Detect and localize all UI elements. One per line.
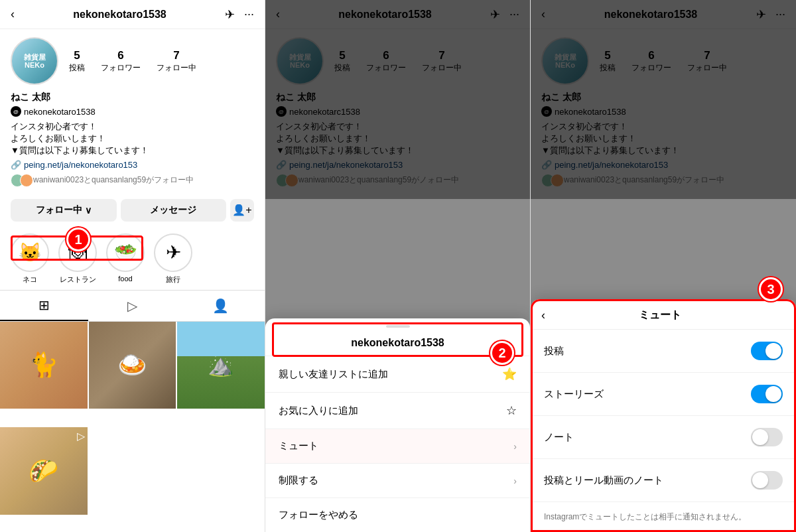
toggle-knob-notes bbox=[752, 429, 768, 445]
threads-icon: @ bbox=[11, 106, 21, 117]
mute-note: Instagramでミュートしたことは相手に通知されません。 bbox=[531, 502, 796, 532]
highlight-label-travel: 旅行 bbox=[166, 275, 180, 285]
badge-1: 1 bbox=[66, 228, 90, 251]
profile-section-2: 雑貨屋NEKo 5 投稿 6 フォロワー 7 フォロー中 ねこ 太郎 @ bbox=[265, 29, 530, 199]
badge-3: 3 bbox=[759, 277, 783, 301]
profile-name: ねこ 太郎 bbox=[11, 92, 254, 103]
mute-label-stories: ストーリーズ bbox=[544, 388, 604, 401]
menu-item-favorite[interactable]: お気に入りに追加 ☆ bbox=[265, 392, 530, 429]
toggle-notes[interactable] bbox=[751, 428, 783, 446]
badge-circle-1: 1 bbox=[66, 228, 90, 251]
toggle-knob-reel-notes bbox=[752, 472, 768, 488]
badge-circle-3: 3 bbox=[759, 277, 783, 301]
tab-bar: ⊞ ▷ 👤 bbox=[0, 290, 265, 322]
profile-section-1: 雑貨屋 NEKo 5 投稿 6 フォロワー 7 フォロー中 ねこ 太郎 bbox=[0, 29, 265, 199]
mute-row-reel-notes: 投稿とリール動画のノート bbox=[531, 459, 796, 502]
profile-link[interactable]: 🔗 peing.net/ja/nekonekotaro153 bbox=[11, 160, 254, 170]
favorite-icon: ☆ bbox=[506, 403, 517, 418]
mutual-followers: waniwani0023とquansanlang59がフォロー中 bbox=[11, 174, 254, 187]
chevron-right-icon: › bbox=[513, 441, 517, 452]
highlight-label-neko: ネコ bbox=[23, 275, 37, 285]
header-icons-1: ✈ ··· bbox=[225, 7, 254, 22]
highlight-travel[interactable]: ✈ 旅行 bbox=[154, 233, 192, 285]
avatar-label: 雑貨屋 NEKo bbox=[24, 53, 46, 69]
panel-3: ‹ nekonekotaro1538 ✈ ··· 雑貨屋NEKo 5 投稿 6 … bbox=[531, 0, 796, 532]
highlights-row: 🐱 ネコ 🍽 レストラン 🥗 food ✈ 旅行 bbox=[0, 228, 265, 290]
mute-header: ‹ ミュート bbox=[531, 299, 796, 330]
mutual-avatars bbox=[11, 174, 29, 187]
header-username-1: nekonekotaro1538 bbox=[73, 9, 166, 21]
toggle-knob-posts bbox=[765, 343, 781, 359]
header-username-2: nekonekotaro1538 bbox=[338, 9, 432, 21]
badge-2: 2 bbox=[490, 341, 514, 365]
mute-label-reel-notes: 投稿とリール動画のノート bbox=[544, 474, 663, 487]
profile-top-row: 雑貨屋 NEKo 5 投稿 6 フォロワー 7 フォロー中 bbox=[11, 37, 254, 85]
toggle-stories[interactable] bbox=[751, 385, 783, 403]
more-icon[interactable]: ··· bbox=[244, 7, 254, 21]
menu-item-restrict[interactable]: 制限する › bbox=[265, 463, 530, 498]
tab-grid[interactable]: ⊞ bbox=[0, 291, 88, 321]
top-header-2: ‹ nekonekotaro1538 ✈ ··· bbox=[265, 0, 530, 29]
mutual-avatar-2 bbox=[20, 174, 33, 187]
mute-panel: ‹ ミュート 投稿 ストーリーズ ノート 投稿とリール動画のノート bbox=[531, 299, 796, 532]
mute-label-notes: ノート bbox=[544, 431, 574, 444]
photo-grid: 🐈 🍛 ⛰️ 🌮 ▷ bbox=[0, 322, 265, 532]
stat-posts: 5 投稿 bbox=[69, 49, 85, 74]
highlight-circle-food: 🥗 bbox=[106, 233, 145, 272]
avatar: 雑貨屋 NEKo bbox=[11, 37, 58, 85]
toggle-knob-stories bbox=[765, 386, 781, 402]
mute-label-posts: 投稿 bbox=[544, 345, 564, 358]
action-buttons: フォロー中 ∨ メッセージ 👤+ bbox=[0, 199, 265, 228]
menu-item-mute[interactable]: ミュート › bbox=[265, 429, 530, 463]
message-button[interactable]: メッセージ bbox=[121, 199, 227, 222]
mute-row-posts: 投稿 bbox=[531, 330, 796, 373]
toggle-posts[interactable] bbox=[751, 342, 783, 360]
back-icon-2: ‹ bbox=[276, 7, 280, 21]
highlight-label-food: food bbox=[118, 275, 132, 283]
photo-cell-cat[interactable]: 🐈 bbox=[0, 322, 88, 409]
photo-cell-curry[interactable]: 🍛 bbox=[89, 322, 176, 409]
mute-row-stories: ストーリーズ bbox=[531, 373, 796, 416]
panel-2: ‹ nekonekotaro1538 ✈ ··· 雑貨屋NEKo 5 投稿 6 … bbox=[265, 0, 531, 532]
profile-handle-row: @ nekonekotaro1538 bbox=[11, 106, 254, 117]
send-icon[interactable]: ✈ bbox=[225, 7, 235, 22]
highlight-label-restaurant: レストラン bbox=[60, 275, 96, 285]
header-icons-2: ✈ ··· bbox=[490, 7, 519, 22]
toggle-reel-notes[interactable] bbox=[751, 471, 783, 490]
mute-title: ミュート bbox=[551, 308, 769, 322]
profile-bio: インスタ初心者です！ よろしくお願いします！ ▼質問は以下より募集しています！ bbox=[11, 121, 254, 157]
highlight-food[interactable]: 🥗 food bbox=[106, 233, 145, 285]
stat-following: 7 フォロー中 bbox=[157, 49, 196, 74]
sheet-handle bbox=[386, 325, 410, 328]
photo-cell-food2[interactable]: 🌮 ▷ bbox=[0, 427, 88, 515]
photo-cell-mountain[interactable]: ⛰️ bbox=[177, 322, 265, 409]
panel-1: ‹ nekonekotaro1538 ✈ ··· 雑貨屋 NEKo 5 投稿 6 bbox=[0, 0, 265, 532]
highlight-circle-travel: ✈ bbox=[154, 233, 192, 272]
back-icon[interactable]: ‹ bbox=[11, 7, 15, 21]
follow-button[interactable]: フォロー中 ∨ bbox=[11, 199, 117, 222]
link-icon: 🔗 bbox=[11, 160, 21, 170]
mute-row-notes: ノート bbox=[531, 416, 796, 459]
highlight-circle-neko: 🐱 bbox=[11, 233, 49, 272]
highlight-neko[interactable]: 🐱 ネコ bbox=[11, 233, 49, 285]
tab-tagged[interactable]: 👤 bbox=[176, 291, 265, 321]
mute-back-button[interactable]: ‹ bbox=[541, 308, 545, 322]
menu-item-unfollow[interactable]: フォローをやめる bbox=[265, 498, 530, 532]
avatar-2: 雑貨屋NEKo bbox=[276, 37, 324, 85]
chevron-right-icon-2: › bbox=[513, 476, 517, 486]
profile-handle: nekonekotaro1538 bbox=[24, 107, 96, 117]
tab-reels[interactable]: ▷ bbox=[88, 291, 176, 321]
stats-row: 5 投稿 6 フォロワー 7 フォロー中 bbox=[69, 49, 254, 74]
add-person-button[interactable]: 👤+ bbox=[230, 199, 254, 222]
top-header-1: ‹ nekonekotaro1538 ✈ ··· bbox=[0, 0, 265, 29]
profile-section-3: 雑貨屋NEKo 5 投稿 6 フォロワー 7 フォロー中 ねこ 太郎 @ bbox=[531, 29, 796, 199]
top-header-3: ‹ nekonekotaro1538 ✈ ··· bbox=[531, 0, 796, 29]
reel-indicator: ▷ bbox=[77, 430, 85, 442]
stat-followers: 6 フォロワー bbox=[101, 49, 141, 74]
star-icon: ⭐ bbox=[502, 367, 517, 381]
add-person-icon: 👤+ bbox=[232, 204, 251, 216]
badge-circle-2: 2 bbox=[490, 341, 514, 365]
